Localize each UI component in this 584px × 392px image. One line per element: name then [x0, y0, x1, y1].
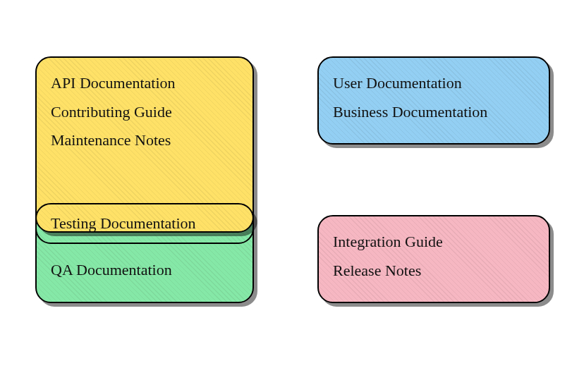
doc-item: API Documentation [51, 69, 238, 98]
pink-group-box: Integration Guide Release Notes [317, 215, 550, 303]
doc-item: Business Documentation [333, 98, 535, 127]
blue-group-box: User Documentation Business Documentatio… [317, 56, 550, 145]
doc-item: User Documentation [333, 69, 535, 98]
doc-item: QA Documentation [51, 256, 238, 285]
diagram-canvas: API Documentation Contributing Guide Mai… [0, 0, 584, 392]
yellow-group-box: API Documentation Contributing Guide Mai… [35, 56, 254, 233]
doc-item: Contributing Guide [51, 98, 238, 127]
doc-item: Release Notes [333, 257, 535, 286]
doc-item: Integration Guide [333, 228, 535, 257]
doc-item: Maintenance Notes [51, 126, 238, 155]
